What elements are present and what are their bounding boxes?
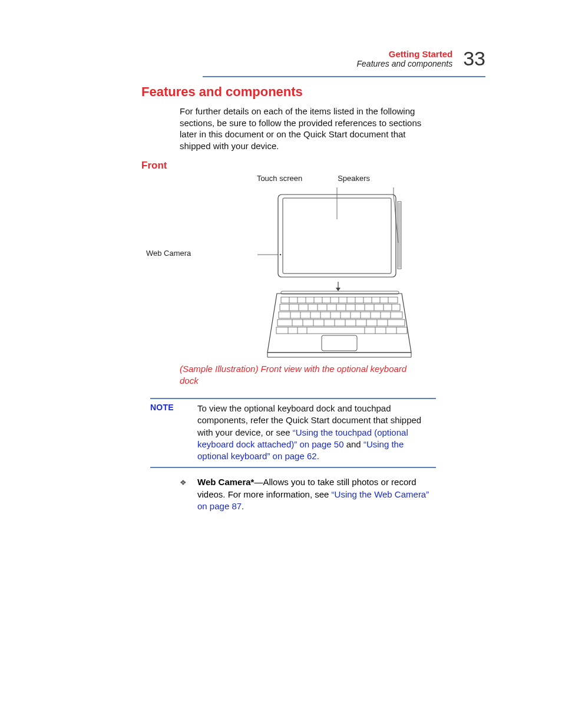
note-rule-bottom [150, 467, 436, 468]
bullet-term: Web Camera* [197, 477, 254, 487]
label-web-camera: Web Camera [146, 249, 191, 258]
svg-marker-11 [336, 288, 340, 291]
svg-rect-53 [277, 319, 405, 326]
subheading-front: Front [141, 160, 485, 172]
svg-point-2 [280, 254, 282, 256]
svg-rect-64 [276, 327, 407, 334]
document-page: Getting Started Features and components … [0, 0, 562, 559]
note-text: To view the optional keyboard dock and t… [197, 403, 436, 462]
intro-paragraph: For further details on each of the items… [180, 106, 433, 151]
svg-rect-13 [322, 335, 357, 351]
figure-caption: (Sample Illustration) Front view with th… [180, 363, 427, 386]
bullet-web-camera: ❖ Web Camera*—Allows you to take still p… [180, 476, 436, 512]
label-speakers: Speakers [338, 174, 370, 183]
figure-front-view: Touch screen Speakers Web Camera [141, 174, 485, 361]
section-name-header: Features and components [357, 59, 453, 68]
page-header: Getting Started Features and components … [65, 47, 485, 70]
bullet-icon: ❖ [180, 477, 187, 488]
note-label: NOTE [150, 403, 181, 412]
chapter-name: Getting Started [357, 49, 453, 59]
note-text-mid: and [344, 439, 363, 449]
page-number: 33 [463, 47, 485, 70]
header-rule [203, 76, 485, 77]
note-block: NOTE To view the optional keyboard dock … [150, 398, 436, 468]
device-illustration [201, 184, 425, 361]
section-heading: Features and components [141, 84, 485, 100]
bullet-tail: . [242, 501, 244, 511]
svg-rect-28 [280, 304, 400, 311]
label-touchscreen: Touch screen [257, 174, 302, 183]
note-text-tail: . [317, 451, 319, 461]
bullet-sep: — [254, 477, 263, 487]
note-rule-top [150, 398, 436, 399]
svg-rect-3 [398, 202, 401, 269]
